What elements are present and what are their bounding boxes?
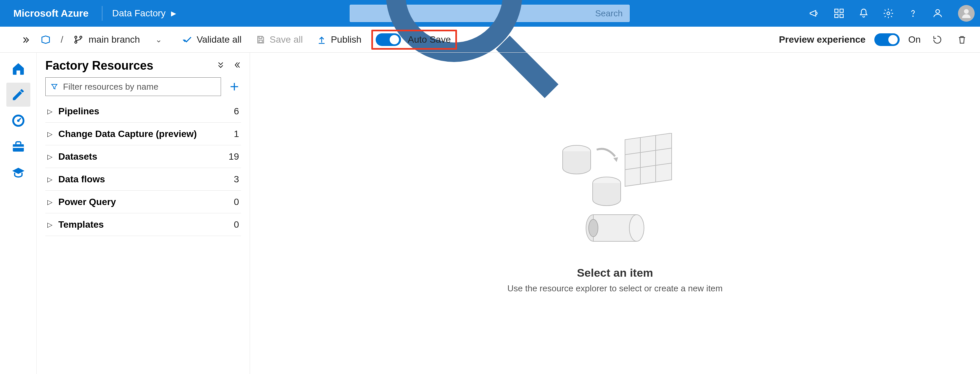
filter-resources-input[interactable]: Filter resources by name xyxy=(45,77,221,96)
pin-panel-button[interactable] xyxy=(232,60,241,71)
branch-selector[interactable]: main branch ⌄ xyxy=(69,32,166,47)
search-wrap: Search xyxy=(183,5,797,22)
svg-point-7 xyxy=(913,16,913,17)
add-resource-button[interactable] xyxy=(228,80,241,93)
save-all-label: Save all xyxy=(270,34,303,45)
preview-experience-group: Preview experience On xyxy=(779,32,970,48)
caret-right-icon: ▷ xyxy=(47,198,52,206)
caret-right-icon: ▷ xyxy=(47,130,52,138)
nav-learning[interactable] xyxy=(6,161,30,185)
chevron-down-icon: ⌄ xyxy=(145,35,162,45)
tree-label: Pipelines xyxy=(58,106,99,117)
chevron-right-icon: ▶ xyxy=(171,10,176,18)
collapse-all-button[interactable] xyxy=(216,60,225,71)
home-icon xyxy=(11,61,25,76)
settings-icon[interactable] xyxy=(877,3,899,23)
pencil-icon xyxy=(11,88,25,102)
search-placeholder: Search xyxy=(595,8,623,19)
notifications-icon[interactable] xyxy=(853,3,875,23)
filter-icon xyxy=(50,83,58,91)
svg-point-8 xyxy=(935,10,939,13)
auto-save-highlight: Auto Save xyxy=(371,30,457,50)
caret-right-icon: ▷ xyxy=(47,107,52,115)
tree-count: 19 xyxy=(229,151,239,162)
feedback-icon[interactable] xyxy=(927,3,949,23)
double-chevron-down-icon xyxy=(216,60,225,69)
svg-point-6 xyxy=(887,12,890,15)
tree-item-powerquery[interactable]: ▷ Power Query 0 xyxy=(45,191,241,213)
toolbox-icon xyxy=(11,139,25,154)
caret-right-icon: ▷ xyxy=(47,175,52,183)
tree-count: 1 xyxy=(234,129,239,139)
tree-item-datasets[interactable]: ▷ Datasets 19 xyxy=(45,145,241,168)
author-toolbar: / main branch ⌄ Validate all Save all Pu… xyxy=(0,27,980,53)
main-canvas: Select an item Use the resource explorer… xyxy=(250,53,980,374)
svg-rect-13 xyxy=(259,40,262,43)
svg-point-10 xyxy=(75,36,77,38)
breadcrumb-separator: / xyxy=(60,34,63,45)
gauge-icon xyxy=(11,113,25,128)
validate-all-button[interactable]: Validate all xyxy=(179,32,246,47)
graduation-cap-icon xyxy=(11,166,25,180)
help-icon[interactable] xyxy=(902,3,924,23)
svg-point-28 xyxy=(629,215,644,241)
nav-manage[interactable] xyxy=(6,135,30,159)
empty-state-subtitle: Use the resource explorer to select or c… xyxy=(508,283,723,294)
azure-top-bar: Microsoft Azure Data Factory ▶ Search xyxy=(0,0,980,27)
global-search-input[interactable]: Search xyxy=(350,5,630,22)
trash-icon xyxy=(957,34,967,45)
caret-right-icon: ▷ xyxy=(47,153,52,161)
svg-point-9 xyxy=(964,9,969,14)
preview-toggle-state: On xyxy=(908,34,921,45)
refresh-icon xyxy=(932,34,943,45)
publish-label: Publish xyxy=(331,34,361,45)
breadcrumb-label: Data Factory xyxy=(112,8,165,19)
user-avatar[interactable] xyxy=(958,5,975,22)
svg-point-29 xyxy=(589,219,598,237)
empty-state-illustration xyxy=(545,133,685,253)
svg-rect-3 xyxy=(840,9,843,12)
empty-state-title: Select an item xyxy=(508,266,723,279)
left-nav-rail xyxy=(0,53,37,374)
auto-save-label: Auto Save xyxy=(408,34,451,45)
filter-placeholder: Filter resources by name xyxy=(63,82,158,92)
svg-rect-2 xyxy=(835,9,838,12)
git-branch-icon xyxy=(73,35,83,45)
tree-item-pipelines[interactable]: ▷ Pipelines 6 xyxy=(45,100,241,123)
nav-monitor[interactable] xyxy=(6,109,30,133)
brand-divider xyxy=(102,6,102,21)
tree-item-templates[interactable]: ▷ Templates 0 xyxy=(45,213,241,236)
checkmark-icon xyxy=(183,35,192,45)
publish-icon xyxy=(317,35,327,45)
publish-button[interactable]: Publish xyxy=(313,32,365,47)
preview-experience-toggle[interactable] xyxy=(874,33,900,46)
diagnostics-icon[interactable] xyxy=(828,3,850,23)
caret-right-icon: ▷ xyxy=(47,221,52,229)
empty-state: Select an item Use the resource explorer… xyxy=(508,133,723,294)
tree-item-dataflows[interactable]: ▷ Data flows 3 xyxy=(45,168,241,191)
toggle-knob xyxy=(888,35,898,45)
expand-rail-button[interactable] xyxy=(19,33,33,47)
tree-label: Change Data Capture (preview) xyxy=(58,129,197,139)
announcements-icon[interactable] xyxy=(803,3,825,23)
tree-label: Power Query xyxy=(58,197,116,207)
svg-rect-20 xyxy=(625,133,672,186)
discard-button[interactable] xyxy=(954,32,970,48)
refresh-button[interactable] xyxy=(929,32,945,48)
save-icon xyxy=(256,35,266,45)
preview-experience-label: Preview experience xyxy=(779,34,865,45)
tree-count: 0 xyxy=(234,197,239,207)
branch-name: main branch xyxy=(89,34,140,45)
breadcrumb-data-factory[interactable]: Data Factory ▶ xyxy=(109,8,176,19)
factory-resources-panel: Factory Resources Filter resources by na… xyxy=(37,53,250,374)
validate-all-label: Validate all xyxy=(197,34,242,45)
repo-root-icon[interactable] xyxy=(37,33,55,47)
nav-home[interactable] xyxy=(6,57,30,81)
tree-item-cdc[interactable]: ▷ Change Data Capture (preview) 1 xyxy=(45,123,241,145)
svg-point-12 xyxy=(80,36,82,38)
nav-author[interactable] xyxy=(6,83,30,107)
svg-rect-18 xyxy=(13,146,24,148)
brand-title[interactable]: Microsoft Azure xyxy=(13,8,95,19)
tree-label: Templates xyxy=(58,219,103,230)
auto-save-toggle[interactable] xyxy=(375,33,401,46)
